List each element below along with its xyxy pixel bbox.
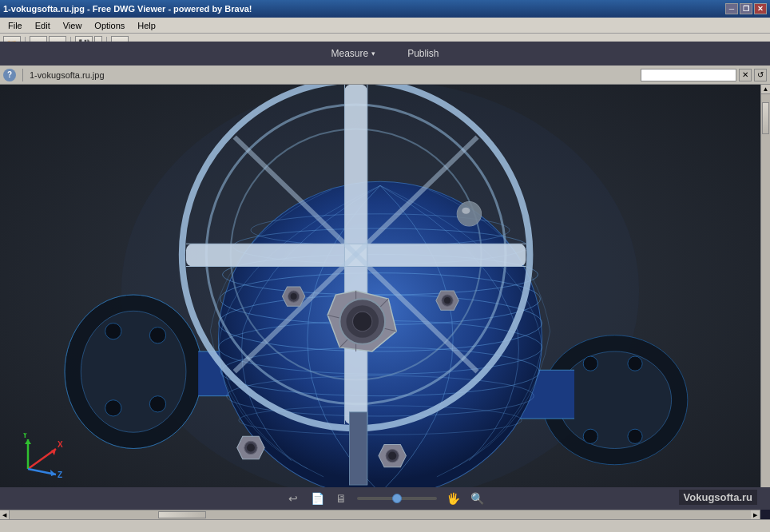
scroll-left-button[interactable]: ◀ — [0, 510, 10, 519]
svg-point-6 — [149, 396, 165, 412]
help-icon[interactable]: ? — [3, 69, 16, 81]
progress-thumb[interactable] — [392, 494, 402, 503]
action-bar: Measure ▾ Publish — [0, 42, 770, 66]
status-bar — [0, 519, 770, 532]
page-button[interactable]: 📄 — [309, 490, 325, 506]
bottom-scrollbar: ◀ ▶ — [0, 510, 760, 519]
window-controls: ─ ❐ ✕ — [725, 3, 767, 14]
model-canvas[interactable]: X Y Z — [0, 85, 760, 497]
scroll-thumb-vertical[interactable] — [762, 102, 769, 134]
publish-label: Publish — [407, 48, 439, 59]
tab-bar: ? 1-vokugsofta.ru.jpg ✕ ↺ — [0, 66, 770, 85]
menu-bar: File Edit View Options Help — [0, 18, 770, 34]
svg-point-65 — [462, 208, 470, 214]
svg-point-3 — [105, 324, 121, 339]
measure-label: Measure — [331, 48, 368, 59]
title-bar: 1-vokugsofta.ru.jpg - Free DWG Viewer - … — [0, 0, 770, 18]
svg-point-53 — [444, 297, 450, 304]
menu-edit[interactable]: Edit — [29, 18, 57, 33]
svg-point-47 — [353, 312, 372, 331]
svg-point-13 — [583, 356, 597, 371]
progress-track[interactable] — [357, 497, 437, 500]
watermark: Vokugsofta.ru — [679, 490, 757, 505]
svg-point-50 — [291, 293, 297, 300]
measure-arrow: ▾ — [371, 50, 375, 58]
refresh-button[interactable]: ↺ — [754, 69, 767, 81]
svg-point-4 — [149, 328, 165, 343]
screen-button[interactable]: 🖥 — [333, 490, 349, 506]
tab-filename: 1-vokugsofta.ru.jpg — [30, 70, 105, 80]
svg-point-2 — [81, 311, 186, 432]
svg-line-66 — [28, 449, 56, 469]
scroll-track-horizontal[interactable] — [10, 510, 751, 519]
svg-point-14 — [628, 356, 642, 371]
svg-rect-60 — [350, 412, 367, 485]
svg-point-16 — [628, 429, 642, 443]
zoom-button[interactable]: 🔍 — [469, 490, 485, 506]
search-input[interactable] — [641, 69, 736, 81]
menu-help[interactable]: Help — [131, 18, 162, 33]
model-svg — [0, 85, 760, 497]
search-close-button[interactable]: ✕ — [739, 69, 752, 81]
svg-point-12 — [558, 351, 672, 449]
close-button[interactable]: ✕ — [754, 3, 767, 14]
svg-text:X: X — [58, 440, 63, 449]
svg-point-5 — [105, 400, 121, 416]
hand-button[interactable]: 🖐 — [445, 490, 461, 506]
menu-options[interactable]: Options — [88, 18, 131, 33]
svg-point-59 — [388, 452, 396, 460]
svg-point-56 — [247, 443, 255, 451]
menu-file[interactable]: File — [2, 18, 29, 33]
minimize-button[interactable]: ─ — [725, 3, 738, 14]
publish-button[interactable]: Publish — [399, 45, 447, 62]
undo-button[interactable]: ↩ — [285, 490, 301, 506]
watermark-text: Vokugsofta.ru — [684, 491, 752, 503]
axis-indicator: X Y Z — [16, 433, 64, 481]
measure-button[interactable]: Measure ▾ — [323, 45, 383, 62]
scroll-up-button[interactable]: ▲ — [761, 85, 770, 94]
restore-button[interactable]: ❐ — [740, 3, 752, 14]
tab-search-area: ✕ ↺ — [641, 69, 767, 81]
main-viewport: X Y Z — [0, 85, 760, 497]
progress-bar-area — [357, 497, 437, 500]
svg-point-15 — [583, 429, 597, 443]
right-scrollbar: ▲ ▼ — [760, 85, 770, 497]
menu-view[interactable]: View — [57, 18, 89, 33]
scroll-thumb-horizontal[interactable] — [158, 511, 206, 518]
svg-text:Y: Y — [22, 433, 28, 439]
scroll-right-button[interactable]: ▶ — [751, 510, 760, 519]
scroll-track-vertical[interactable] — [761, 94, 770, 487]
bottom-toolbar: ↩ 📄 🖥 🖐 🔍 — [0, 487, 770, 510]
title-bar-text: 1-vokugsofta.ru.jpg - Free DWG Viewer - … — [3, 4, 252, 14]
svg-marker-70 — [25, 439, 31, 444]
svg-text:Z: Z — [58, 470, 62, 479]
svg-point-64 — [457, 202, 481, 226]
tab-separator — [22, 69, 23, 81]
